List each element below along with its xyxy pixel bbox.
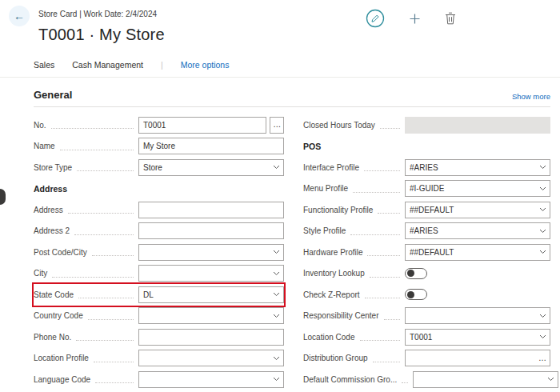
back-button[interactable]: ←	[9, 6, 30, 26]
field-label: Address	[34, 206, 63, 214]
input-phone-no[interactable]	[138, 329, 284, 346]
field-row-store-type: Store Type	[34, 157, 284, 178]
combobox-state-code	[138, 286, 284, 303]
input-address[interactable]	[138, 202, 284, 218]
back-arrow-icon: ←	[14, 10, 25, 22]
input-distribution-group[interactable]	[406, 350, 535, 366]
toggle-knob	[407, 270, 414, 277]
dotted-leader	[384, 312, 401, 320]
chevron-down-icon[interactable]	[535, 229, 550, 234]
input-location-code[interactable]	[406, 330, 535, 345]
field-label: No.	[34, 121, 46, 130]
input-responsibility-center[interactable]	[406, 308, 535, 323]
field-control	[138, 159, 284, 176]
combobox-city	[138, 265, 284, 282]
dotted-leader	[94, 354, 134, 362]
toggle-inventory-lookup[interactable]	[405, 268, 427, 279]
assist-edit-button[interactable]: …	[270, 117, 284, 134]
input-menu-profile[interactable]	[406, 181, 535, 196]
field-columns: No.…NameStore TypeAddressAddressAddress …	[0, 107, 560, 392]
field-control	[138, 329, 284, 346]
action-menu: Sales Cash Management | More options	[0, 44, 560, 78]
input-name[interactable]	[138, 138, 284, 154]
chevron-down-icon[interactable]	[269, 250, 283, 254]
field-row-phone-no: Phone No.	[34, 326, 284, 348]
chevron-down-icon[interactable]	[535, 314, 550, 318]
field-row-style-profile: Style Profile	[303, 221, 550, 242]
input-style-profile[interactable]	[406, 223, 535, 238]
new-button[interactable]	[409, 13, 421, 25]
field-label: City	[34, 269, 47, 278]
page-actions	[366, 9, 456, 28]
field-row-closed-hours-today: Closed Hours Today	[303, 114, 550, 136]
chevron-down-icon[interactable]	[269, 356, 283, 361]
dotted-leader	[60, 142, 134, 150]
chevron-down-icon[interactable]	[269, 314, 283, 318]
combobox-location-code	[405, 329, 550, 346]
edit-button[interactable]	[366, 9, 385, 28]
dotted-leader	[370, 270, 400, 278]
input-state-code[interactable]	[139, 287, 269, 302]
dotted-leader	[68, 206, 134, 214]
chevron-down-icon[interactable]	[269, 165, 283, 170]
group-label: POS	[303, 142, 321, 151]
toggle-check-z-report[interactable]	[405, 289, 427, 300]
section-title[interactable]: General	[34, 89, 72, 101]
more-options-link[interactable]: More options	[181, 60, 230, 70]
field-label: Phone No.	[34, 333, 71, 342]
input-functionality-profile[interactable]	[406, 202, 535, 218]
lookup-distribution-group: …	[405, 350, 550, 366]
combobox-country-code	[138, 307, 284, 324]
ellipsis-icon[interactable]: …	[535, 354, 550, 362]
chevron-down-icon[interactable]	[269, 292, 283, 297]
input-location-profile[interactable]	[139, 350, 269, 366]
combobox-post-code-city	[138, 244, 284, 261]
input-store-type[interactable]	[139, 160, 269, 175]
field-row-menu-profile: Menu Profile	[303, 178, 550, 200]
input-hardware-profile[interactable]	[406, 245, 535, 260]
input-interface-profile[interactable]	[406, 160, 535, 175]
chevron-down-icon[interactable]	[535, 250, 550, 254]
input-country-code[interactable]	[139, 308, 269, 323]
field-control	[405, 222, 550, 239]
input-address-2[interactable]	[138, 222, 284, 239]
breadcrumb[interactable]: Store Card | Work Date: 2/4/2024	[38, 10, 560, 18]
combobox-default-commission-gro	[413, 371, 558, 388]
dotted-leader	[373, 354, 400, 362]
field-label: Style Profile	[303, 226, 346, 235]
field-row-address-2: Address 2	[34, 221, 284, 242]
group-header-address: Address	[34, 178, 284, 200]
dotted-leader	[367, 248, 400, 256]
dotted-leader	[88, 312, 134, 320]
chevron-down-icon[interactable]	[535, 165, 550, 170]
chevron-down-icon[interactable]	[543, 377, 558, 382]
input-language-code[interactable]	[139, 372, 269, 387]
field-control: …	[138, 117, 284, 134]
delete-button[interactable]	[445, 12, 456, 25]
field-row-post-code-city: Post Code/City	[34, 242, 284, 263]
field-row-distribution-group: Distribution Group…	[303, 348, 550, 370]
field-row-hardware-profile: Hardware Profile	[303, 242, 550, 263]
chevron-down-icon[interactable]	[535, 207, 550, 212]
field-row-country-code: Country Code	[34, 306, 284, 327]
chevron-down-icon[interactable]	[269, 377, 283, 382]
chevron-down-icon[interactable]	[269, 271, 283, 276]
menu-item-sales[interactable]: Sales	[34, 60, 54, 70]
input-default-commission-gro[interactable]	[414, 372, 543, 387]
combobox-responsibility-center	[405, 307, 550, 324]
page-header: ← Store Card | Work Date: 2/4/2024 T0001…	[0, 0, 560, 44]
chevron-down-icon[interactable]	[535, 334, 550, 339]
combobox-store-type	[138, 159, 284, 176]
input-post-code-city[interactable]	[139, 245, 269, 260]
input-city[interactable]	[139, 266, 269, 281]
dotted-leader	[402, 375, 408, 383]
show-more-link[interactable]: Show more	[512, 92, 550, 101]
menu-item-cash-management[interactable]: Cash Management	[72, 60, 143, 70]
input-no[interactable]	[138, 117, 266, 134]
dotted-leader	[95, 375, 134, 383]
chevron-down-icon[interactable]	[535, 186, 550, 191]
field-control	[405, 244, 550, 261]
field-control	[405, 307, 550, 324]
field-control	[138, 307, 284, 324]
dotted-leader	[92, 248, 134, 256]
